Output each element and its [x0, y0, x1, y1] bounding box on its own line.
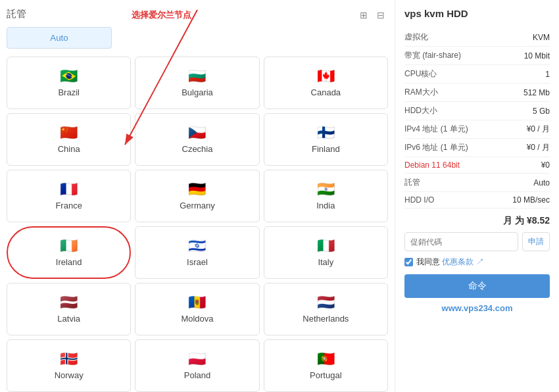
auto-button[interactable]: Auto: [7, 27, 112, 49]
flag-icon: 🇨🇿: [188, 126, 206, 140]
country-name: India: [316, 201, 335, 210]
flag-icon: 🇵🇱: [188, 352, 206, 366]
country-card-germany[interactable]: 🇩🇪Germany: [135, 170, 259, 222]
agree-checkbox[interactable]: [404, 258, 413, 266]
spec-row: 带宽 (fair-share)10 Mbit: [404, 47, 550, 65]
right-panel: vps kvm HDD 虚拟化KVM带宽 (fair-share)10 Mbit…: [395, 0, 559, 392]
country-name: Ireland: [56, 257, 82, 267]
country-card-brazil[interactable]: 🇧🇷Brazil: [7, 57, 131, 109]
flag-icon: 🇨🇦: [317, 69, 335, 84]
flag-icon: 🇵🇹: [317, 352, 335, 366]
spec-label: HDD大小: [404, 102, 496, 120]
spec-label: IPv6 地址 (1 单元): [404, 139, 496, 157]
promo-row: 申請: [404, 232, 550, 251]
country-name: Finland: [312, 144, 340, 154]
flag-icon: 🇮🇱: [188, 239, 206, 253]
spec-row: 託管Auto: [404, 174, 550, 192]
flag-icon: 🇳🇴: [60, 352, 78, 366]
flag-icon: 🇩🇪: [188, 182, 206, 197]
country-name: Canada: [311, 87, 341, 97]
watermark: www.vps234.com: [404, 303, 550, 313]
grid-view-button[interactable]: ⊞: [356, 8, 371, 22]
country-name: Latvia: [57, 314, 80, 324]
country-grid: 🇧🇷Brazil🇧🇬Bulgaria🇨🇦Canada🇨🇳China🇨🇿Czech…: [7, 57, 388, 392]
country-card-bulgaria[interactable]: 🇧🇬Bulgaria: [135, 57, 259, 109]
flag-icon: 🇳🇱: [317, 295, 335, 310]
country-name: Bulgaria: [182, 87, 213, 97]
spec-table: 虚拟化KVM带宽 (fair-share)10 MbitCPU核心1RAM大小5…: [404, 28, 550, 208]
country-name: Israel: [187, 257, 208, 267]
spec-value: ¥0: [496, 157, 550, 174]
spec-value: 10 Mbit: [496, 47, 550, 65]
country-card-czechia[interactable]: 🇨🇿Czechia: [135, 113, 259, 166]
view-toggle: ⊞ ⊟: [356, 8, 388, 22]
spec-row: RAM大小512 Mb: [404, 84, 550, 102]
terms-link[interactable]: 优惠条款 ↗: [442, 257, 483, 266]
country-name: Czechia: [182, 144, 213, 154]
country-name: Moldova: [181, 314, 213, 324]
spec-row: 虚拟化KVM: [404, 28, 550, 47]
flag-icon: 🇱🇻: [60, 295, 78, 310]
promo-input[interactable]: [404, 232, 518, 251]
country-name: Germany: [180, 201, 214, 210]
spec-value: KVM: [496, 28, 550, 47]
country-name: Portugal: [310, 370, 341, 380]
country-name: Italy: [318, 257, 333, 267]
list-view-button[interactable]: ⊟: [374, 8, 388, 22]
country-card-india[interactable]: 🇮🇳India: [264, 170, 388, 222]
price-display: 月 为 ¥8.52: [404, 215, 550, 227]
spec-label: IPv4 地址 (1 单元): [404, 120, 496, 139]
spec-value: ¥0 / 月: [496, 120, 550, 139]
flag-icon: 🇫🇷: [60, 182, 78, 197]
country-name: China: [58, 144, 80, 154]
spec-label: RAM大小: [404, 84, 496, 102]
country-name: Netherlands: [303, 314, 349, 324]
country-card-netherlands[interactable]: 🇳🇱Netherlands: [264, 283, 388, 335]
country-card-ireland[interactable]: 🇮🇪Ireland: [7, 226, 131, 279]
country-card-norway[interactable]: 🇳🇴Norway: [7, 339, 131, 392]
flag-icon: 🇨🇳: [60, 126, 78, 140]
spec-label: HDD I/O: [404, 192, 496, 208]
flag-icon: 🇧🇷: [60, 69, 78, 84]
country-card-israel[interactable]: 🇮🇱Israel: [135, 226, 259, 279]
country-card-canada[interactable]: 🇨🇦Canada: [264, 57, 388, 109]
agree-row: 我同意 优惠条款 ↗: [404, 257, 550, 268]
spec-value: 5 Gb: [496, 102, 550, 120]
spec-value: 512 Mb: [496, 84, 550, 102]
country-name: Norway: [55, 370, 84, 380]
spec-row: HDD I/O10 MB/sec: [404, 192, 550, 208]
spec-value: Auto: [496, 174, 550, 192]
spec-row: CPU核心1: [404, 65, 550, 84]
flag-icon: 🇮🇪: [60, 239, 78, 253]
country-card-latvia[interactable]: 🇱🇻Latvia: [7, 283, 131, 335]
spec-value: ¥0 / 月: [496, 139, 550, 157]
left-panel: 託管 Auto 选择爱尔兰节点 ⊞ ⊟ 🇧🇷Brazil🇧🇬Bulgaria🇨🇦…: [0, 0, 395, 392]
spec-row: IPv4 地址 (1 单元)¥0 / 月: [404, 120, 550, 139]
country-card-poland[interactable]: 🇵🇱Poland: [135, 339, 259, 392]
country-card-china[interactable]: 🇨🇳China: [7, 113, 131, 166]
country-card-france[interactable]: 🇫🇷France: [7, 170, 131, 222]
spec-label: 带宽 (fair-share): [404, 47, 496, 65]
country-card-finland[interactable]: 🇫🇮Finland: [264, 113, 388, 166]
agree-text: 我同意 优惠条款 ↗: [416, 257, 484, 268]
promo-button[interactable]: 申請: [522, 232, 550, 251]
country-name: Poland: [184, 370, 210, 380]
spec-row: IPv6 地址 (1 单元)¥0 / 月: [404, 139, 550, 157]
spec-value: 1: [496, 65, 550, 84]
flag-icon: 🇮🇳: [317, 182, 335, 197]
flag-icon: 🇲🇩: [188, 295, 206, 310]
spec-label: 虚拟化: [404, 28, 496, 47]
country-name: France: [55, 201, 82, 210]
spec-value: 10 MB/sec: [496, 192, 550, 208]
order-button[interactable]: 命令: [404, 274, 550, 298]
spec-row: Debian 11 64bit¥0: [404, 157, 550, 174]
flag-icon: 🇫🇮: [317, 126, 335, 140]
country-card-italy[interactable]: 🇮🇹Italy: [264, 226, 388, 279]
flag-icon: 🇧🇬: [188, 69, 206, 84]
country-card-portugal[interactable]: 🇵🇹Portugal: [264, 339, 388, 392]
spec-row: HDD大小5 Gb: [404, 102, 550, 120]
country-name: Brazil: [58, 87, 80, 97]
country-card-moldova[interactable]: 🇲🇩Moldova: [135, 283, 259, 335]
spec-label: Debian 11 64bit: [404, 157, 496, 174]
section-title: 託管: [7, 8, 388, 20]
